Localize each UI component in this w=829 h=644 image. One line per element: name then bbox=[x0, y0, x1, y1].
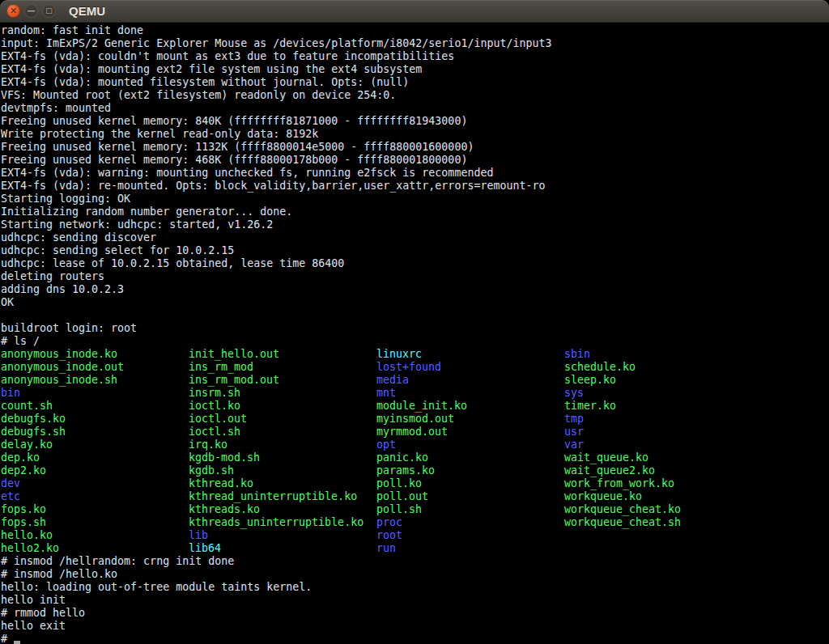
terminal-line: EXT4-fs (vda): warning: mounting uncheck… bbox=[1, 167, 829, 180]
ls-row: hello.kolibroot bbox=[1, 529, 829, 542]
file-entry: lost+found bbox=[376, 361, 564, 374]
file-entry: lib64 bbox=[189, 542, 376, 555]
ls-row: fops.kokthreads.kopoll.shworkqueue_cheat… bbox=[1, 503, 829, 516]
ls-row: anonymous_inode.koinit_hello.outlinuxrcs… bbox=[1, 348, 829, 361]
terminal-line: Freeing unused kernel memory: 840K (ffff… bbox=[1, 115, 829, 128]
file-entry: dep.ko bbox=[1, 451, 189, 464]
ls-row: anonymous_inode.shins_rm_mod.outmediasle… bbox=[1, 374, 829, 387]
qemu-window: ✕ — □ QEMU random: fast init doneinput: … bbox=[0, 0, 829, 644]
file-entry: proc bbox=[376, 516, 564, 529]
terminal-line: Initializing random number generator... … bbox=[1, 205, 829, 218]
file-entry: debugfs.sh bbox=[1, 426, 189, 439]
terminal-line bbox=[1, 309, 829, 322]
terminal-line: devtmpfs: mounted bbox=[1, 102, 829, 115]
file-entry: anonymous_inode.ko bbox=[1, 348, 189, 361]
ls-row: delay.koirq.kooptvar bbox=[1, 439, 829, 451]
file-entry: linuxrc bbox=[376, 348, 564, 361]
file-entry: irq.ko bbox=[189, 439, 376, 451]
terminal-line: # insmod /hellrandom: crng init done bbox=[1, 555, 829, 568]
file-entry: kgdb.sh bbox=[189, 464, 376, 477]
terminal-line: OK bbox=[1, 296, 829, 309]
file-entry: wait_queue.ko bbox=[564, 451, 752, 464]
terminal-line: Write protecting the kernel read-only da… bbox=[1, 128, 829, 141]
window-title: QEMU bbox=[69, 4, 105, 18]
terminal-line: EXT4-fs (vda): re-mounted. Opts: block_v… bbox=[1, 180, 829, 193]
file-entry: kgdb-mod.sh bbox=[189, 451, 376, 464]
ls-row: anonymous_inode.outins_rm_modlost+founds… bbox=[1, 361, 829, 374]
ls-row: debugfs.shioctl.shmyrmmod.outusr bbox=[1, 426, 829, 439]
window-controls: ✕ — □ bbox=[6, 4, 56, 18]
file-entry: delay.ko bbox=[1, 439, 189, 451]
file-entry: lib bbox=[189, 529, 376, 542]
terminal-line: VFS: Mounted root (ext2 filesystem) read… bbox=[1, 89, 829, 102]
terminal-line: hello: loading out-of-tree module taints… bbox=[1, 581, 829, 594]
terminal-line: # insmod /hello.ko bbox=[1, 568, 829, 581]
file-entry: ioctl.ko bbox=[189, 400, 376, 413]
minimize-button[interactable]: — bbox=[24, 4, 38, 18]
file-entry: debugfs.ko bbox=[1, 413, 189, 426]
ls-row: debugfs.koioctl.outmyinsmod.outtmp bbox=[1, 413, 829, 426]
terminal-line: # rmmod hello bbox=[1, 607, 829, 620]
file-entry: schedule.ko bbox=[564, 361, 752, 374]
file-entry: mnt bbox=[376, 387, 564, 400]
minimize-icon: — bbox=[28, 7, 36, 15]
file-entry: insrm.sh bbox=[189, 387, 376, 400]
ls-row: devkthread.kopoll.kowork_from_work.ko bbox=[1, 477, 829, 490]
ls-row: fops.shkthreads_uninterruptible.koprocwo… bbox=[1, 516, 829, 529]
file-entry: anonymous_inode.sh bbox=[1, 374, 189, 387]
file-entry: hello2.ko bbox=[1, 542, 189, 555]
terminal-output[interactable]: random: fast init doneinput: ImExPS/2 Ge… bbox=[0, 23, 829, 644]
terminal-line: Freeing unused kernel memory: 468K (ffff… bbox=[1, 154, 829, 167]
terminal-line: Starting logging: OK bbox=[1, 193, 829, 205]
file-entry: sys bbox=[564, 387, 752, 400]
terminal-line: adding dns 10.0.2.3 bbox=[1, 283, 829, 296]
terminal-line: deleting routers bbox=[1, 270, 829, 283]
file-entry: ioctl.sh bbox=[189, 426, 376, 439]
ls-row: etckthread_uninterruptible.kopoll.outwor… bbox=[1, 490, 829, 503]
file-entry: hello.ko bbox=[1, 529, 189, 542]
file-entry: ins_rm_mod bbox=[189, 361, 376, 374]
file-entry: tmp bbox=[564, 413, 752, 426]
prompt-line: # bbox=[1, 633, 829, 644]
maximize-icon: □ bbox=[45, 7, 53, 15]
file-entry: kthreads_uninterruptible.ko bbox=[189, 516, 376, 529]
file-entry: poll.out bbox=[376, 490, 564, 503]
file-entry: fops.sh bbox=[1, 516, 189, 529]
terminal-line: hello exit bbox=[1, 620, 829, 633]
file-entry: etc bbox=[1, 490, 189, 503]
file-entry: var bbox=[564, 439, 752, 451]
close-button[interactable]: ✕ bbox=[6, 4, 20, 18]
close-icon: ✕ bbox=[10, 6, 17, 15]
file-entry: sbin bbox=[564, 348, 752, 361]
file-entry: usr bbox=[564, 426, 752, 439]
file-entry: kthreads.ko bbox=[189, 503, 376, 516]
terminal-line: input: ImExPS/2 Generic Explorer Mouse a… bbox=[1, 37, 829, 50]
terminal-line: udhcpc: sending select for 10.0.2.15 bbox=[1, 244, 829, 257]
file-entry: sleep.ko bbox=[564, 374, 752, 387]
ls-row: hello2.kolib64run bbox=[1, 542, 829, 555]
terminal-line: Starting network: udhcpc: started, v1.26… bbox=[1, 218, 829, 231]
terminal-line: # ls / bbox=[1, 335, 829, 348]
file-entry: work_from_work.ko bbox=[564, 477, 752, 490]
ls-row: count.shioctl.komodule_init.kotimer.ko bbox=[1, 400, 829, 413]
terminal-line: udhcpc: lease of 10.0.2.15 obtained, lea… bbox=[1, 257, 829, 270]
titlebar[interactable]: ✕ — □ QEMU bbox=[0, 0, 829, 23]
file-entry: init_hello.out bbox=[189, 348, 376, 361]
terminal-line: hello init bbox=[1, 594, 829, 607]
file-entry: myrmmod.out bbox=[376, 426, 564, 439]
maximize-button[interactable]: □ bbox=[42, 4, 56, 18]
ls-row: dep.kokgdb-mod.shpanic.kowait_queue.ko bbox=[1, 451, 829, 464]
file-entry: fops.ko bbox=[1, 503, 189, 516]
file-entry: poll.ko bbox=[376, 477, 564, 490]
file-entry: workqueue.ko bbox=[564, 490, 752, 503]
file-entry: dev bbox=[1, 477, 189, 490]
file-entry: dep2.ko bbox=[1, 464, 189, 477]
file-entry: ioctl.out bbox=[189, 413, 376, 426]
terminal-line: EXT4-fs (vda): mounting ext2 file system… bbox=[1, 63, 829, 76]
file-entry: kthread_uninterruptible.ko bbox=[189, 490, 376, 503]
file-entry: wait_queue2.ko bbox=[564, 464, 752, 477]
file-entry: poll.sh bbox=[376, 503, 564, 516]
file-entry: params.ko bbox=[376, 464, 564, 477]
file-entry: opt bbox=[376, 439, 564, 451]
file-entry: root bbox=[376, 529, 564, 542]
